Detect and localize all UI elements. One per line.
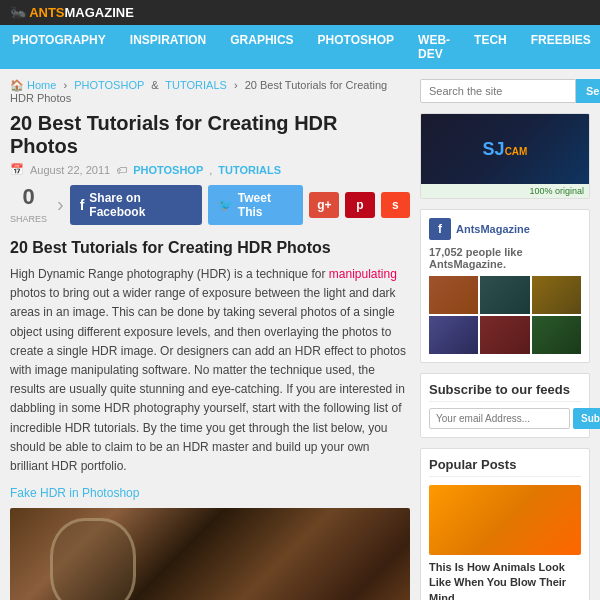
fb-photo-4 [429,316,478,354]
stumble-label: s [392,198,399,212]
ad-text: SJCAM [483,139,528,160]
body-link[interactable]: manipulating [329,267,397,281]
googleplus-share-button[interactable]: g+ [309,192,339,218]
site-logo: 🐜 ANTSMAGAZINE [10,5,134,20]
search-input[interactable] [420,79,576,103]
nav-webdev[interactable]: WEB-DEV [406,25,462,69]
tag-photoshop[interactable]: PHOTOSHOP [133,164,203,176]
fb-photo-5 [480,316,529,354]
twitter-icon: 🐦 [218,198,233,212]
ad-image: SJCAM [421,114,589,184]
share-number: 0 [10,184,47,210]
calendar-icon: 📅 [10,163,24,176]
article-meta: 📅 August 22, 2011 🏷 PHOTOSHOP, TUTORIALS [10,163,410,176]
ad-badge: 100% original [421,184,589,198]
facebook-widget: f AntsMagazine 17,052 people like AntsMa… [420,209,590,363]
fb-count-number: 17,052 [429,246,463,258]
twitter-share-label: Tweet This [238,191,294,219]
article-body: High Dynamic Range photography (HDR) is … [10,265,410,476]
popular-post-title: This Is How Animals Look Like When You B… [429,560,581,600]
breadcrumb-home[interactable]: Home [27,79,56,91]
main-content: 🏠 Home › PHOTOSHOP & TUTORIALS › 20 Best… [10,79,410,600]
article-image [10,508,410,600]
nav-graphics[interactable]: GRAPHICS [218,25,305,69]
facebook-logo-icon: f [429,218,451,240]
popular-posts-widget: Popular Posts This Is How Animals Look L… [420,448,590,600]
shares-label: SHARES [10,214,47,224]
nav-freebies[interactable]: FREEBIES [519,25,600,69]
nav-tech[interactable]: TECH [462,25,519,69]
subscribe-title: Subscribe to our feeds [429,382,581,402]
breadcrumb-photoshop[interactable]: PHOTOSHOP [74,79,144,91]
subscribe-button[interactable]: Subscribe [573,408,600,429]
subscribe-widget: Subscribe to our feeds Subscribe [420,373,590,438]
tag-icon: 🏷 [116,164,127,176]
sidebar-advertisement: SJCAM 100% original [420,113,590,199]
tag-tutorials[interactable]: TUTORIALS [218,164,281,176]
googleplus-label: g+ [317,198,331,212]
main-navigation: PHOTOGRAPHY INSPIRATION GRAPHICS PHOTOSH… [0,25,600,69]
popular-posts-title: Popular Posts [429,457,581,477]
section-title: 20 Best Tutorials for Creating HDR Photo… [10,239,410,257]
popular-post-image [429,485,581,555]
fb-widget-header: f AntsMagazine [429,218,581,240]
fb-photo-3 [532,276,581,314]
fb-photo-1 [429,276,478,314]
search-widget: Search [420,79,590,103]
share-arrow-icon: › [57,193,64,216]
facebook-share-label: Share on Facebook [89,191,191,219]
facebook-share-button[interactable]: f Share on Facebook [70,185,202,225]
fb-photos-grid [429,276,581,354]
pinterest-share-button[interactable]: p [345,192,374,218]
fb-photo-2 [480,276,529,314]
article-date: August 22, 2011 [30,164,110,176]
fb-page-name: AntsMagazine [456,223,530,235]
stumble-share-button[interactable]: s [381,192,410,218]
page-wrapper: 🏠 Home › PHOTOSHOP & TUTORIALS › 20 Best… [0,69,600,600]
fb-like-count: 17,052 people like AntsMagazine. [429,246,581,270]
nav-photography[interactable]: PHOTOGRAPHY [0,25,118,69]
nav-photoshop[interactable]: PHOTOSHOP [306,25,406,69]
search-button[interactable]: Search [576,79,600,103]
hdr-photoshop-link[interactable]: Fake HDR in Photoshop [10,486,410,500]
share-bar: 0 SHARES › f Share on Facebook 🐦 Tweet T… [10,184,410,225]
breadcrumb-tutorials[interactable]: TUTORIALS [165,79,227,91]
top-bar: 🐜 ANTSMAGAZINE [0,0,600,25]
nav-inspiration[interactable]: INSPIRATION [118,25,218,69]
share-count: 0 SHARES [10,184,47,225]
facebook-icon: f [80,197,85,213]
twitter-share-button[interactable]: 🐦 Tweet This [208,185,304,225]
subscribe-email-input[interactable] [429,408,570,429]
pinterest-label: p [356,198,363,212]
breadcrumb: 🏠 Home › PHOTOSHOP & TUTORIALS › 20 Best… [10,79,410,104]
fb-photo-6 [532,316,581,354]
subscribe-form: Subscribe [429,408,581,429]
sidebar: Search SJCAM 100% original f AntsMagazin… [420,79,590,600]
article-title: 20 Best Tutorials for Creating HDR Photo… [10,112,410,158]
